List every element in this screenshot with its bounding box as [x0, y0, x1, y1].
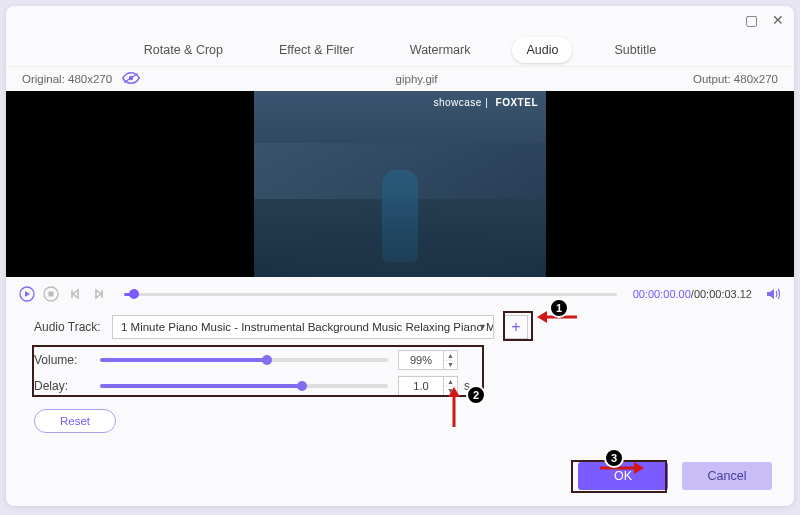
tab-rotate-crop[interactable]: Rotate & Crop [130, 37, 237, 63]
time-display: 00:00:00.00/00:00:03.12 [633, 288, 752, 300]
filename-label: giphy.gif [396, 73, 438, 85]
callout-3: 3 [604, 448, 624, 468]
playback-controls: 00:00:00.00/00:00:03.12 [6, 277, 794, 309]
delay-label: Delay: [34, 379, 100, 393]
delay-input[interactable]: 1.0 [398, 376, 444, 396]
delay-slider[interactable] [100, 384, 388, 388]
tab-watermark[interactable]: Watermark [396, 37, 485, 63]
add-audio-button[interactable]: + [504, 315, 528, 339]
tabs: Rotate & Crop Effect & Filter Watermark … [6, 34, 794, 66]
audio-panel: Audio Track: 1 Minute Piano Music - Inst… [6, 309, 794, 445]
callout-1: 1 [549, 298, 569, 318]
audio-track-select[interactable]: 1 Minute Piano Music - Instrumental Back… [112, 315, 494, 339]
volume-stepper[interactable]: ▲▼ [444, 350, 458, 370]
arrow-icon [447, 387, 461, 427]
preview-watermark: showcase | FOXTEL [433, 97, 538, 108]
maximize-icon[interactable]: ▢ [745, 12, 758, 28]
volume-input[interactable]: 99% [398, 350, 444, 370]
cancel-button[interactable]: Cancel [682, 462, 772, 490]
tab-effect-filter[interactable]: Effect & Filter [265, 37, 368, 63]
play-button[interactable] [18, 285, 36, 303]
tab-subtitle[interactable]: Subtitle [600, 37, 670, 63]
reset-button[interactable]: Reset [34, 409, 116, 433]
audio-track-label: Audio Track: [34, 320, 112, 334]
titlebar: ▢ ✕ [6, 6, 794, 34]
next-frame-button[interactable] [90, 285, 108, 303]
volume-icon[interactable] [764, 285, 782, 303]
tab-audio[interactable]: Audio [512, 37, 572, 63]
output-resolution-label: Output: 480x270 [693, 73, 778, 85]
prev-frame-button[interactable] [66, 285, 84, 303]
visibility-toggle-icon[interactable] [122, 71, 140, 87]
stop-button[interactable] [42, 285, 60, 303]
volume-label: Volume: [34, 353, 100, 367]
callout-2: 2 [466, 385, 486, 405]
original-resolution-label: Original: 480x270 [22, 73, 112, 85]
volume-slider[interactable] [100, 358, 388, 362]
close-icon[interactable]: ✕ [772, 12, 784, 28]
info-bar: Original: 480x270 giphy.gif Output: 480x… [6, 66, 794, 91]
video-preview: showcase | FOXTEL [6, 91, 794, 277]
seek-slider[interactable] [124, 293, 617, 296]
svg-rect-4 [49, 292, 54, 297]
